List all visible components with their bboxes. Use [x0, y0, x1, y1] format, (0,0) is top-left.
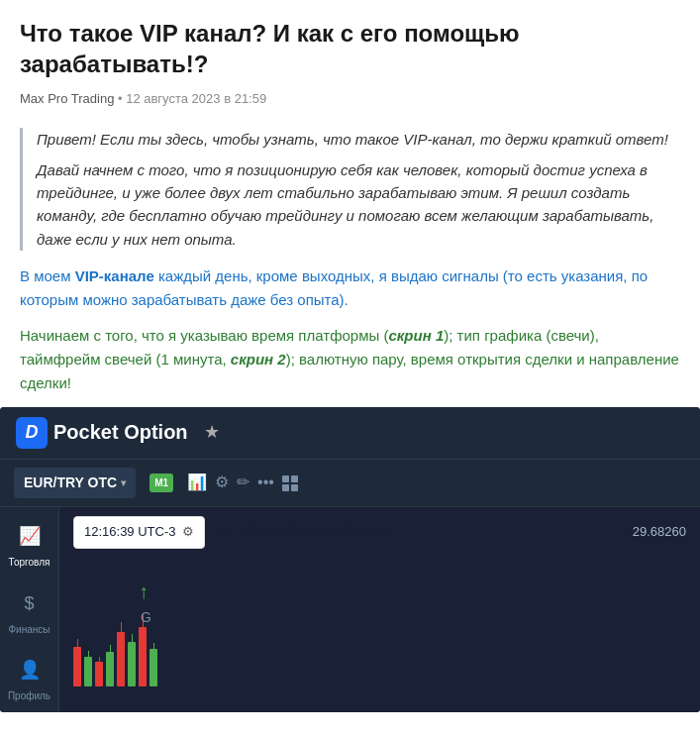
- candle-5: [128, 558, 136, 686]
- sidebar-profile-label: Профиль: [8, 688, 50, 704]
- article-container: Что такое VIP канал? И как с его помощью…: [0, 0, 700, 395]
- po-set-time-label: УСТАНОВИТЕ ВРЕМЯ: [243, 522, 388, 542]
- sidebar-item-trading[interactable]: 📈 Торговля: [0, 515, 58, 578]
- po-timebar: 12:16:39 UTC-3 ⚙ ← УСТАНОВИТЕ ВРЕМЯ 29.6…: [59, 507, 700, 557]
- po-up-arrow-indicator: ↑: [139, 577, 149, 607]
- po-chart-area: ↑ G: [59, 558, 700, 686]
- po-header: D Pocket Option ★: [0, 407, 700, 460]
- profile-icon: 👤: [19, 657, 41, 684]
- po-arrow-icon: ←: [215, 515, 237, 549]
- author-name: Max Pro Trading: [20, 91, 114, 106]
- candle-2: [95, 558, 103, 686]
- po-star-icon[interactable]: ★: [204, 419, 220, 447]
- po-m1-badge: M1: [150, 474, 173, 493]
- po-sidebar: 📈 Торговля $ Финансы 👤 Профиль: [0, 507, 59, 711]
- po-more-icon[interactable]: •••: [257, 471, 274, 495]
- po-toolbar-icons: 📊 ⚙ ✏ •••: [187, 471, 298, 495]
- candle-0: [73, 558, 81, 686]
- po-logo-icon: D: [16, 417, 48, 449]
- po-time-box[interactable]: 12:16:39 UTC-3 ⚙: [73, 516, 205, 548]
- meta-separator: •: [114, 91, 126, 106]
- po-main-chart: 12:16:39 UTC-3 ⚙ ← УСТАНОВИТЕ ВРЕМЯ 29.6…: [59, 507, 700, 711]
- po-time-gear-icon[interactable]: ⚙: [182, 522, 194, 542]
- po-logo-text: Pocket Option: [53, 417, 188, 448]
- po-time-display: 12:16:39 UTC-3: [84, 522, 176, 542]
- sidebar-trading-label: Торговля: [9, 555, 50, 571]
- publish-date: 12 августа 2023 в 21:59: [126, 91, 266, 106]
- blockquote-section: Привет! Если ты здесь, чтобы узнать, что…: [20, 128, 680, 251]
- article-title: Что такое VIP канал? И как с его помощью…: [20, 18, 680, 79]
- blockquote-p1: Привет! Если ты здесь, чтобы узнать, что…: [37, 128, 680, 151]
- candle-1: [84, 558, 92, 686]
- po-settings-icon[interactable]: ⚙: [215, 471, 229, 495]
- po-logo: D Pocket Option: [16, 417, 188, 449]
- po-grid-icon[interactable]: [282, 475, 298, 491]
- green-bold1: скрин 1: [388, 327, 444, 344]
- sidebar-item-profile[interactable]: 👤 Профиль: [0, 649, 58, 711]
- para-blue: В моем VIP-канале каждый день, кроме вых…: [20, 264, 680, 312]
- finance-icon: $: [24, 590, 34, 618]
- po-g-label: G: [141, 607, 151, 629]
- trading-icon: 📈: [19, 523, 41, 551]
- para-green: Начинаем с того, что я указываю время пл…: [20, 324, 680, 395]
- candle-3: [106, 558, 114, 686]
- blockquote-p2: Давай начнем с того, что я позиционирую …: [37, 158, 680, 251]
- po-pen-icon[interactable]: ✏: [237, 471, 250, 495]
- po-content-area: 📈 Торговля $ Финансы 👤 Профиль 12:16:39 …: [0, 507, 700, 711]
- po-price-display: 29.68260: [633, 522, 686, 542]
- trading-screenshot: D Pocket Option ★ EUR/TRY OTC ▾ M1 📊 ⚙ ✏…: [0, 407, 700, 712]
- po-logo-bold: Option: [124, 421, 187, 443]
- article-meta: Max Pro Trading • 12 августа 2023 в 21:5…: [20, 89, 680, 109]
- bold-vip: VIP-канале: [75, 267, 154, 284]
- sidebar-item-finance[interactable]: $ Финансы: [0, 582, 58, 645]
- po-time-arrow-label: ← УСТАНОВИТЕ ВРЕМЯ: [215, 515, 388, 549]
- po-toolbar: EUR/TRY OTC ▾ M1 📊 ⚙ ✏ •••: [0, 460, 700, 508]
- po-logo-plain: Pocket: [53, 421, 119, 443]
- candle-4: [117, 558, 125, 686]
- sidebar-finance-label: Финансы: [9, 622, 50, 638]
- po-chart-icon[interactable]: 📊: [187, 471, 207, 495]
- po-pair-selector[interactable]: EUR/TRY OTC ▾: [14, 468, 136, 499]
- po-pair-label: EUR/TRY OTC: [24, 473, 117, 494]
- green-bold2: скрин 2: [231, 351, 286, 368]
- po-pair-chevron-icon: ▾: [121, 475, 126, 491]
